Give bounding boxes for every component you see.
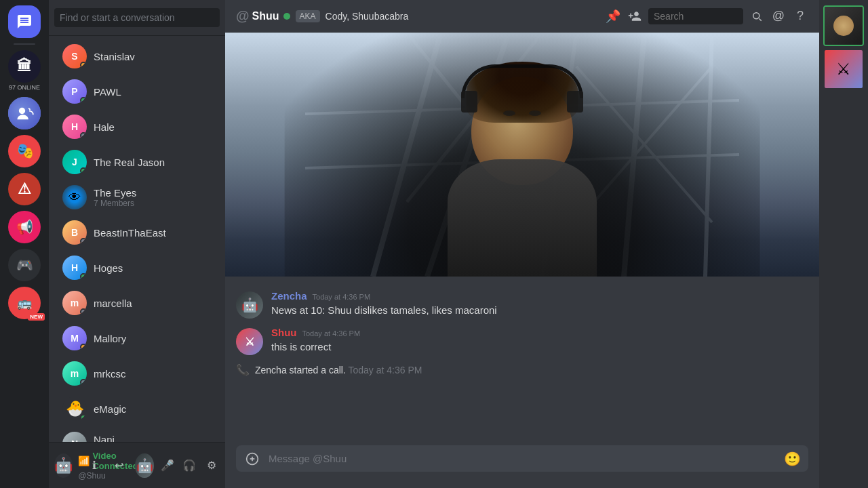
avatar-mrkcsc: m	[62, 361, 87, 386]
add-friend-icon[interactable]	[627, 8, 643, 24]
status-dot-stanislav	[80, 62, 87, 68]
dm-item-theeyes[interactable]: 👁 The Eyes 7 Members	[54, 180, 220, 215]
chat-area: 🤖 Zencha Today at 4:36 PM News at 10: Sh…	[225, 277, 819, 445]
msg-text-zencha: News at 10: Shuu dislikes tamales, likes…	[271, 303, 808, 317]
status-dot-mrkcsc	[80, 379, 87, 386]
server-icon-new[interactable]: 🚌 NEW	[8, 287, 41, 319]
server-icon-5[interactable]: 📢	[8, 211, 41, 243]
dm-info-beast: BeastInThaEast	[94, 227, 214, 239]
person-body	[448, 159, 597, 277]
video-frame	[225, 33, 819, 277]
help-icon[interactable]: ?	[792, 8, 808, 24]
avatar-nani: N	[62, 432, 87, 442]
status-dot-mallory	[80, 344, 87, 350]
dm-list: S Stanislav P PAWL H Hale	[49, 36, 225, 442]
msg-text-shuu: this is correct	[271, 340, 808, 354]
dm-item-realjason[interactable]: J The Real Jason	[54, 144, 220, 180]
svg-point-0	[19, 108, 25, 114]
aka-badge: AKA	[296, 10, 320, 22]
dm-item-marcella[interactable]: m marcella	[54, 285, 220, 321]
chat-input[interactable]	[269, 445, 776, 472]
page-title: Shuu	[252, 10, 290, 22]
status-dot-hale	[80, 132, 87, 139]
msg-content-zencha: Zencha Today at 4:36 PM News at 10: Shuu…	[271, 290, 808, 317]
top-bar-search[interactable]	[648, 8, 743, 24]
dm-info-marcella: marcella	[94, 298, 214, 309]
server-divider	[14, 43, 35, 45]
at-symbol: @	[236, 8, 250, 24]
dm-name-beast: BeastInThaEast	[94, 227, 214, 239]
mic-button[interactable]: 🎤	[159, 455, 176, 476]
avatar-realjason: J	[62, 150, 87, 174]
dm-name-hale: Hale	[94, 121, 214, 133]
dm-name-realjason: The Real Jason	[94, 157, 214, 168]
dm-item-emagic[interactable]: 🐣 eMagic	[54, 391, 220, 426]
dm-info-hoges: Hoges	[94, 262, 214, 274]
dm-info-emagic: eMagic	[94, 403, 214, 415]
video-thumb-2[interactable]: ⚔	[823, 49, 864, 89]
video-thumb-2-inner: ⚔	[825, 50, 863, 88]
server-icon-6[interactable]: 🎮	[8, 249, 41, 281]
top-bar: @ Shuu AKA Cody, Shuubacabra 📌 @ ?	[225, 0, 819, 33]
status-dot-beast	[80, 238, 87, 245]
dm-name-nani: Nani	[94, 434, 214, 443]
headphone-button[interactable]: 🎧	[181, 455, 197, 476]
status-dot-marcella	[80, 308, 87, 315]
search-input[interactable]	[54, 8, 220, 27]
video-thumb-1[interactable]	[823, 5, 864, 46]
server-icon-2[interactable]	[8, 97, 41, 129]
headphone-right	[567, 91, 583, 113]
headphone-left	[461, 91, 477, 113]
attach-button[interactable]	[241, 448, 263, 470]
info-button[interactable]: ℹ	[83, 455, 105, 476]
video-area	[225, 33, 819, 277]
server-icon-dm[interactable]	[8, 5, 41, 38]
online-indicator	[283, 13, 290, 20]
dm-item-mallory[interactable]: M Mallory	[54, 321, 220, 356]
dm-info-hale: Hale	[94, 121, 214, 133]
channel-username: Shuu	[252, 10, 279, 22]
message-shuu: ⚔ Shuu Today at 4:36 PM this is correct	[225, 324, 819, 358]
emoji-button[interactable]: 🙂	[781, 448, 803, 470]
dm-name-pawl: PAWL	[94, 86, 214, 98]
user-bar-avatar: 🤖	[54, 453, 73, 478]
dm-item-stanislav[interactable]: S Stanislav	[54, 39, 220, 74]
dm-name-mrkcsc: mrkcsc	[94, 368, 214, 380]
online-count: 97 ONLINE	[8, 84, 41, 92]
avatar-hale: H	[62, 115, 87, 139]
dm-item-nani[interactable]: N Nani 8 Members	[54, 426, 220, 442]
avatar-mallory: M	[62, 326, 87, 350]
status-dot-pawl	[80, 97, 87, 104]
msg-content-shuu: Shuu Today at 4:36 PM this is correct	[271, 327, 808, 354]
inbox-icon[interactable]: @	[770, 8, 787, 24]
dm-item-mrkcsc[interactable]: m mrkcsc	[54, 356, 220, 391]
dm-info-mallory: Mallory	[94, 333, 214, 344]
call-icon: 📞	[236, 363, 250, 376]
dm-info-theeyes: The Eyes 7 Members	[94, 187, 214, 208]
avatar-emagic: 🐣	[62, 396, 87, 421]
server-sidebar: 🏛 97 ONLINE 🎭 ⚠ 📢 🎮 🚌 NEW	[0, 0, 49, 488]
msg-time-zencha: Today at 4:36 PM	[313, 293, 371, 301]
status-dot-emagic	[80, 414, 87, 421]
avatar-marcella: m	[62, 291, 87, 315]
pin-icon[interactable]: 📌	[605, 8, 621, 24]
dm-item-pawl[interactable]: P PAWL	[54, 74, 220, 109]
dm-item-hoges[interactable]: H Hoges	[54, 250, 220, 285]
avatar-msg-shuu: ⚔	[236, 328, 263, 355]
disconnect-button[interactable]: ↩	[108, 455, 130, 476]
person-headphones	[461, 64, 583, 98]
settings-button[interactable]: ⚙	[203, 455, 220, 476]
video-thumb-1-inner	[825, 7, 863, 45]
dm-item-hale[interactable]: H Hale	[54, 109, 220, 144]
user-bar: 🤖 📶 Video Connected @Shuu ℹ ↩ 🤖 🎤 🎧 ⚙	[49, 442, 225, 488]
search-icon[interactable]	[749, 8, 765, 24]
server-icon-4[interactable]: ⚠	[8, 173, 41, 205]
server-icon-3[interactable]: 🎭	[8, 135, 41, 167]
msg-header-shuu: Shuu Today at 4:36 PM	[271, 327, 808, 338]
dm-name-marcella: marcella	[94, 298, 214, 309]
msg-time-shuu: Today at 4:36 PM	[302, 329, 361, 338]
avatar-stanislav: S	[62, 44, 87, 68]
server-icon-1[interactable]: 🏛	[8, 50, 41, 83]
avatar-theeyes: 👁	[62, 185, 87, 209]
dm-item-beast[interactable]: B BeastInThaEast	[54, 215, 220, 250]
